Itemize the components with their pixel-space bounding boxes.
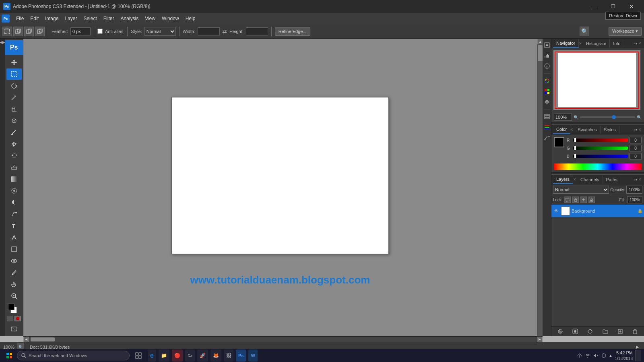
lock-position-btn[interactable] bbox=[580, 197, 587, 203]
lasso-tool[interactable] bbox=[6, 80, 22, 91]
eyedropper-btn[interactable]: 🔍 bbox=[580, 27, 589, 36]
g-slider[interactable] bbox=[573, 147, 628, 150]
layers-tab-close[interactable]: ✕ bbox=[573, 178, 576, 182]
add-layer-style-btn[interactable]: fx bbox=[557, 328, 564, 335]
clock[interactable]: 5:42 PM 1/13/2018 bbox=[615, 350, 633, 361]
eraser-tool[interactable] bbox=[6, 162, 22, 173]
opacity-input[interactable] bbox=[626, 186, 642, 194]
style-select[interactable]: Normal Fixed Ratio Fixed Size bbox=[144, 27, 176, 36]
lock-transparent-btn[interactable] bbox=[564, 197, 571, 203]
g-slider-thumb[interactable] bbox=[574, 146, 576, 151]
standard-mode-btn[interactable] bbox=[7, 316, 13, 321]
blur-tool[interactable] bbox=[6, 185, 22, 197]
restore-button[interactable]: ❒ bbox=[604, 0, 622, 13]
menu-select[interactable]: Select bbox=[80, 14, 100, 23]
healing-brush-tool[interactable] bbox=[6, 115, 22, 126]
screen-mode-btn[interactable] bbox=[6, 323, 22, 335]
top-panel-close[interactable]: ✕ bbox=[638, 41, 642, 46]
color-panel-close[interactable]: ✕ bbox=[638, 128, 642, 132]
layers-panel-btn[interactable] bbox=[543, 113, 551, 121]
tab-styles[interactable]: Styles bbox=[601, 126, 619, 134]
swap-dimensions-btn[interactable]: ⇄ bbox=[221, 28, 228, 35]
menu-image[interactable]: Image bbox=[42, 14, 62, 23]
b-slider-thumb[interactable] bbox=[574, 154, 576, 159]
eyedropper-tool[interactable] bbox=[6, 267, 22, 278]
tab-layers[interactable]: Layers bbox=[553, 175, 573, 184]
menu-filter[interactable]: Filter bbox=[100, 14, 118, 23]
scroll-right-btn[interactable]: ▶ bbox=[537, 337, 543, 342]
pen-tool[interactable] bbox=[6, 209, 22, 220]
close-button[interactable]: ✕ bbox=[622, 0, 641, 13]
notification-area[interactable]: ▲ bbox=[609, 354, 613, 358]
new-group-btn[interactable] bbox=[602, 328, 609, 335]
feather-input[interactable] bbox=[70, 27, 91, 35]
channels-panel-btn[interactable] bbox=[543, 123, 551, 131]
taskbar-ps-btn[interactable]: Ps bbox=[236, 350, 246, 362]
taskbar-firefox-btn[interactable]: 🦊 bbox=[211, 350, 221, 362]
blend-mode-select[interactable]: Normal Multiply Screen bbox=[553, 186, 609, 194]
color-tab-close[interactable]: ✕ bbox=[570, 128, 574, 132]
path-selection-tool[interactable] bbox=[6, 232, 22, 243]
width-input[interactable] bbox=[198, 27, 220, 35]
g-input[interactable] bbox=[630, 145, 642, 151]
refine-edge-btn[interactable]: Refine Edge... bbox=[275, 27, 310, 36]
marquee-tool[interactable] bbox=[6, 68, 22, 80]
navigator-close[interactable]: ✕ bbox=[579, 41, 582, 46]
taskbar-photos-btn[interactable]: 🖼 bbox=[224, 350, 233, 362]
zoom-slider[interactable] bbox=[580, 116, 635, 118]
tab-navigator[interactable]: Navigator bbox=[553, 39, 579, 48]
layer-row-background[interactable]: 👁 Background 🔒 bbox=[551, 205, 644, 217]
zoom-out-icon[interactable]: 🔍 bbox=[574, 115, 578, 120]
menu-view[interactable]: View bbox=[142, 14, 159, 23]
workspace-btn[interactable]: Workspace ▾ bbox=[609, 27, 642, 36]
move-tool[interactable] bbox=[6, 57, 22, 68]
scroll-left-btn[interactable]: ◀ bbox=[23, 337, 29, 342]
minimize-button[interactable]: ― bbox=[585, 0, 604, 13]
taskbar-app4-btn[interactable]: 🗂 bbox=[185, 350, 195, 362]
menu-window[interactable]: Window bbox=[159, 14, 182, 23]
scroll-thumb-v[interactable] bbox=[538, 45, 543, 61]
main-canvas[interactable] bbox=[171, 97, 389, 254]
crop-tool[interactable] bbox=[6, 103, 22, 115]
new-layer-btn[interactable] bbox=[617, 328, 624, 335]
canvas-horizontal-scrollbar[interactable]: ◀ ▶ bbox=[23, 336, 543, 342]
fill-input[interactable] bbox=[627, 196, 642, 203]
color-panel-btn[interactable] bbox=[543, 77, 551, 85]
r-slider[interactable] bbox=[573, 139, 628, 142]
taskbar-ie-btn[interactable]: e bbox=[148, 350, 156, 362]
clone-stamp-tool[interactable] bbox=[6, 139, 22, 150]
zoom-in-icon[interactable]: 🔍 bbox=[637, 115, 642, 120]
b-input[interactable] bbox=[630, 153, 642, 159]
tab-paths[interactable]: Paths bbox=[603, 176, 621, 184]
tab-histogram[interactable]: Histogram bbox=[583, 39, 610, 48]
start-button[interactable] bbox=[3, 350, 15, 362]
text-tool[interactable]: T bbox=[6, 220, 22, 232]
add-mask-btn[interactable] bbox=[572, 328, 579, 335]
zoom-input[interactable] bbox=[554, 114, 572, 121]
menu-edit[interactable]: Edit bbox=[27, 14, 42, 23]
zoom-tool[interactable] bbox=[6, 290, 22, 302]
menu-file[interactable]: File bbox=[13, 14, 27, 23]
brush-tool[interactable] bbox=[6, 127, 22, 138]
taskbar-app3-btn[interactable]: 🔴 bbox=[172, 350, 183, 362]
h-scroll-thumb[interactable] bbox=[31, 337, 55, 341]
new-selection-btn[interactable] bbox=[2, 27, 12, 36]
shape-tool[interactable] bbox=[6, 244, 22, 255]
history-brush-tool[interactable] bbox=[6, 150, 22, 161]
r-slider-thumb[interactable] bbox=[574, 138, 576, 143]
info-panel-btn[interactable]: i bbox=[543, 62, 551, 70]
task-view-btn[interactable] bbox=[131, 350, 146, 362]
taskbar-app5-btn[interactable]: 🚀 bbox=[197, 350, 208, 362]
menu-analysis[interactable]: Analysis bbox=[117, 14, 142, 23]
gradient-tool[interactable] bbox=[6, 174, 22, 185]
add-selection-btn[interactable]: + bbox=[13, 27, 23, 36]
b-slider[interactable] bbox=[573, 155, 628, 158]
layers-panel-close[interactable]: ✕ bbox=[638, 178, 642, 182]
foreground-color-box[interactable] bbox=[8, 304, 14, 310]
color-spectrum[interactable] bbox=[554, 163, 642, 170]
histogram-panel-btn[interactable] bbox=[543, 52, 551, 60]
styles-panel-btn[interactable] bbox=[543, 98, 551, 106]
left-panel-collapse[interactable]: ◀▶ bbox=[0, 39, 5, 336]
layer-visibility-btn[interactable]: 👁 bbox=[553, 208, 559, 214]
r-input[interactable] bbox=[630, 137, 642, 143]
